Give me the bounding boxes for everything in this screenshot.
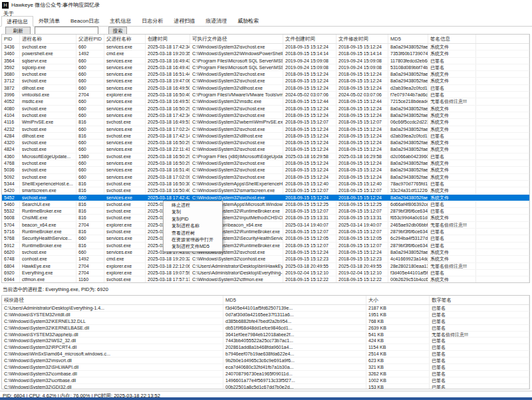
table-row[interactable]: 5344 ShellExperienceHost.e... 816 svchos…: [2, 181, 529, 187]
cell-md5: 8a0a29438052faed8a...: [388, 126, 428, 132]
cell-file-create-time: 2018-09-15 15:12:24: [283, 195, 336, 201]
table-row[interactable]: 4080 svchost.exe 660 services.exe 2025-0…: [2, 106, 529, 112]
cell-module-path: C:\Windows\System32\WS2_32.dll: [2, 338, 223, 344]
cell-parent-pid: 660: [76, 78, 104, 84]
tab[interactable]: 主机信息: [104, 15, 136, 26]
table-row[interactable]: 3712 svchost.exe 660 services.exe 2025-0…: [2, 78, 529, 84]
table-row[interactable]: 3872 dllhost.exe 660 services.exe 2025-0…: [2, 85, 529, 92]
col-signature[interactable]: 签名信息: [428, 35, 476, 43]
table-row[interactable]: 5092 svchost.exe 660 services.exe 2025-0…: [2, 174, 529, 181]
cell-file-create-time: 2025-03-14 19:40:07: [283, 222, 336, 228]
cell-module-path: C:\Windows\WinSxS\amd64_microsoft.window…: [2, 351, 223, 357]
col-file-create-time[interactable]: 文件创建时间: [283, 35, 336, 43]
cell-create-time: 2025-03-18 16:50:40: [146, 92, 190, 98]
table-row[interactable]: 4232 svchost.exe 660 services.exe 2025-0…: [2, 126, 529, 133]
col-exe-path[interactable]: 可执行文件路径: [190, 35, 283, 43]
cell-file-create-time: 2018-09-15 15:12:24: [283, 85, 336, 91]
table-row[interactable]: 5036 svchost.exe 660 services.exe 2025-0…: [2, 167, 529, 173]
cell-exe-path: C:\Windows\System32\svchost.exe: [190, 160, 283, 166]
table-row[interactable]: 5420 smartscreen.exe 816 svchost.exe 202…: [2, 187, 529, 194]
table-row[interactable]: 6620 svchost.exe 660 services.exe 2025-0…: [2, 249, 529, 256]
table-row[interactable]: 5532 RuntimeBroker.exe 816 svchost.exe 2…: [2, 208, 529, 215]
table-row[interactable]: 5460 SearchUI.exe 816 svchost.exe 2025-0…: [2, 201, 529, 208]
context-menu-item[interactable]: 复制: [164, 209, 222, 215]
cell-create-time: 2025-03-18 17:42:14: [146, 133, 190, 139]
col-module-signature[interactable]: 数字签名: [430, 296, 529, 304]
table-row[interactable]: 6920 Everything.exe 2704 explorer.exe 20…: [2, 270, 529, 276]
cell-parent-pid: 660: [76, 126, 104, 132]
cell-process-name: sqlservr.exe: [20, 58, 76, 64]
table-row[interactable]: 3460 powershell.exe 1492 cmd.exe 2025-03…: [2, 50, 529, 57]
cell-parent-pid: 816: [76, 215, 104, 221]
table-row[interactable]: 3592 sqlceip.exe 660 services.exe 2025-0…: [2, 64, 529, 71]
col-parent-name[interactable]: 父进程名称: [104, 35, 146, 43]
context-menu-item[interactable]: 查看进程树: [164, 230, 222, 237]
module-row[interactable]: C:\Windows\System32\RPCRT4.dll 202861add…: [2, 344, 529, 351]
module-row[interactable]: C:\Windows\System32\ucrtbase.dll 1496601…: [2, 377, 529, 384]
tab[interactable]: Beacon日志: [65, 15, 104, 26]
table-row[interactable]: 5912 RuntimeBroker.exe 816 svchost.exe 2…: [2, 243, 529, 249]
context-menu-item[interactable]: 复制PID: [164, 216, 222, 223]
cell-signature: 系统文件: [428, 276, 476, 282]
table-row[interactable]: 4824 svchost.exe 660 services.exe 2025-0…: [2, 146, 529, 153]
table-row[interactable]: 3680 svchost.exe 660 services.exe 2025-0…: [2, 71, 529, 78]
context-menu-item[interactable]: 终止进程: [164, 202, 222, 209]
cell-process-name: svchost.exe: [20, 160, 76, 166]
col-module-path[interactable]: 模块路径: [2, 296, 223, 304]
table-row[interactable]: 5608 ChsIME.exe 816 svchost.exe 2025-03-…: [2, 215, 529, 221]
module-row[interactable]: C:\Windows\System32\GDI32.dll 00b22501a8…: [2, 384, 529, 389]
table-row[interactable]: 4116 WmiPrvSE.exe 816 svchost.exe 2025-0…: [2, 119, 529, 126]
table-row[interactable]: 3996 vmtoolsd.exe 2704 explorer.exe 2025…: [2, 92, 529, 98]
cell-md5: 2879bf3f6f6ce634771...: [388, 229, 428, 235]
table-row[interactable]: 4104 svchost.exe 660 services.exe 2025-0…: [2, 112, 529, 119]
cell-process-name: svchost.exe: [20, 44, 76, 50]
module-row[interactable]: C:\Windows\WinSxS\amd64_microsoft.window…: [2, 351, 529, 357]
table-row[interactable]: 5452 svchost.exe 660 services.exe 2025-0…: [2, 195, 529, 201]
table-row[interactable]: 4052 msdtc.exe 660 services.exe 2025-03-…: [2, 98, 529, 105]
tab[interactable]: 外联清单: [33, 15, 65, 26]
col-md5[interactable]: MD5: [388, 35, 428, 43]
table-row[interactable]: 3564 sqlservr.exe 660 services.exe 2025-…: [2, 58, 529, 64]
context-menu-item[interactable]: 复制进程名称: [164, 223, 222, 229]
col-parent-pid[interactable]: 父进程PID: [76, 35, 104, 43]
cell-md5: 00b2629c51b4cc637d6...: [388, 276, 428, 282]
cell-md5: 2879bf3f6f6ce634771...: [388, 243, 428, 249]
module-row[interactable]: C:\Windows\System32\msvcrt.dll 9b2b0e1d4…: [2, 357, 529, 364]
col-module-md5[interactable]: MD5: [223, 296, 366, 304]
context-menu-item[interactable]: 在资源管理器中打开: [164, 237, 222, 243]
col-create-time[interactable]: 创建时间: [146, 35, 190, 43]
module-row[interactable]: C:\Windows\System32\WS2_32.dll 7443bb405…: [2, 338, 529, 344]
table-row[interactable]: 5768 SecurityHealthService... 660 servic…: [2, 235, 529, 242]
table-row[interactable]: 6804 HawkEye.exe 2704 explorer.exe 2025-…: [2, 263, 529, 270]
table-row[interactable]: 5704 beacon_x64.exe 2704 explorer.exe 20…: [2, 222, 529, 229]
table-row[interactable]: 3436 svchost.exe 660 services.exe 2025-0…: [2, 44, 529, 50]
cell-md5: 4c41669923a14dc687...: [388, 256, 428, 262]
table-row[interactable]: 6748 conhost.exe 1492 cmd.exe 2025-03-18…: [2, 256, 529, 262]
col-pid[interactable]: PID: [2, 35, 20, 43]
table-row[interactable]: 4320 svchost.exe 660 services.exe 2025-0…: [2, 140, 529, 146]
context-menu-item[interactable]: 复制进程文件MD5: [164, 243, 222, 250]
tab[interactable]: 痕迹清理: [200, 15, 232, 26]
col-process-name[interactable]: 进程名称: [20, 35, 76, 43]
module-row[interactable]: C:\Users\Administrator\Desktop\Everythin…: [2, 305, 529, 312]
table-row[interactable]: 5716 RuntimeBroker.exe 816 svchost.exe 2…: [2, 229, 529, 235]
col-file-modify-time[interactable]: 文件修改时间: [336, 35, 388, 43]
module-row[interactable]: C:\Windows\System32\KERNELBASE.dll db51f…: [2, 325, 529, 332]
table-row[interactable]: 4284 dllhost.exe 816 svchost.exe 2025-03…: [2, 133, 529, 140]
module-row[interactable]: C:\Windows\System32\KERNEL32.DLL d385b68…: [2, 318, 529, 325]
cell-file-modify-time: 2018-09-15 15:12:24: [336, 133, 388, 139]
table-row[interactable]: 6944 ctfmon.exe 1160 svchost.exe 2025-03…: [2, 276, 529, 283]
tab[interactable]: 威胁检索: [232, 15, 264, 26]
table-row[interactable]: 4768 svchost.exe 660 services.exe 2025-0…: [2, 160, 529, 167]
module-row[interactable]: C:\Windows\System32\combase.dll 24070879…: [2, 371, 529, 377]
tab[interactable]: 日志分析: [136, 15, 168, 26]
tab[interactable]: 进程信息: [1, 16, 33, 27]
module-row[interactable]: C:\Windows\SYSTEM32\apphelp.dll 3641ef0e…: [2, 332, 529, 338]
module-row[interactable]: C:\Windows\SYSTEM32\ntdll.dll 0d7af30d0a…: [2, 312, 529, 318]
cell-module-size: 1002 KB: [366, 377, 430, 383]
tab[interactable]: 进程扫描: [168, 15, 200, 26]
table-row[interactable]: 4360 MicrosoftEdgeUpdate... 1580 svchost…: [2, 153, 529, 160]
module-row[interactable]: C:\Windows\System32\SHLWAPI.dll eca7d406…: [2, 364, 529, 371]
col-module-size[interactable]: 大小: [366, 296, 430, 304]
cell-pid: 4360: [2, 153, 20, 159]
